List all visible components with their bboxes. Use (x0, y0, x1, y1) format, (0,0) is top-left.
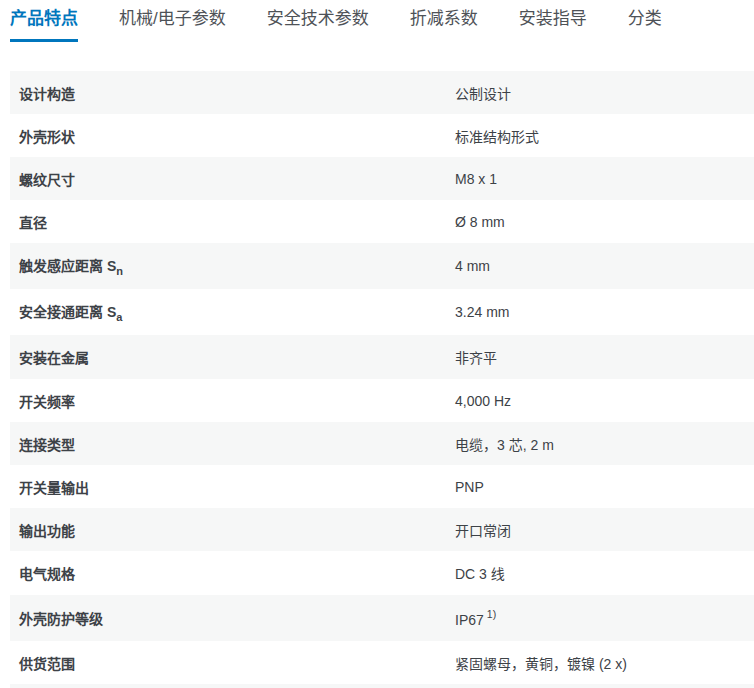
table-row: 连接类型 电缆，3 芯, 2 m (10, 422, 754, 465)
table-row: 安全接通距离 Sa 3.24 mm (10, 289, 754, 335)
table-row: 输出功能 开口常闭 (10, 508, 754, 551)
table-row: 外壳防护等级 IP671) (10, 595, 754, 641)
spec-value: PNP (455, 479, 754, 495)
spec-value: 电缆，3 芯, 2 m (455, 434, 754, 454)
spec-label-subscript: n (116, 265, 123, 277)
spec-label: 供货范围 (10, 653, 455, 673)
spec-table: 设计构造 公制设计 外壳形状 标准结构形式 螺纹尺寸 M8 x 1 直径 Ø 8… (10, 71, 754, 688)
spec-value: M8 x 1 (455, 171, 754, 187)
spec-label: 安全接通距离 Sa (10, 301, 455, 323)
spec-value: 3.24 mm (455, 304, 754, 320)
spec-label: 外壳形状 (10, 126, 455, 146)
table-row: 螺纹尺寸 M8 x 1 (10, 157, 754, 200)
table-row: 设计构造 公制设计 (10, 71, 754, 114)
spec-label: 输出功能 (10, 520, 455, 540)
spec-value: 公制设计 (455, 83, 754, 103)
tab-safety-technical-parameters[interactable]: 安全技术参数 (267, 9, 369, 42)
table-row: 直径 Ø 8 mm (10, 200, 754, 243)
spec-label: 连接类型 (10, 434, 455, 454)
tab-product-features[interactable]: 产品特点 (10, 9, 78, 42)
spec-value: Ø 8 mm (455, 214, 754, 230)
spec-label: 直径 (10, 212, 455, 232)
spec-value: 非齐平 (455, 347, 754, 367)
spec-value: 紧固螺母，黄铜，镀镍 (2 x) (455, 653, 754, 673)
spec-label: 外壳防护等级 (10, 608, 455, 628)
spec-label: 触发感应距离 Sn (10, 255, 455, 277)
tab-derating-factors[interactable]: 折减系数 (410, 9, 478, 42)
table-row-partially-visible (10, 684, 754, 688)
tab-installation-guide[interactable]: 安装指导 (519, 9, 587, 42)
spec-value: DC 3 线 (455, 563, 754, 583)
spec-value: 4,000 Hz (455, 393, 754, 409)
tab-bar: 产品特点 机械/电子参数 安全技术参数 折减系数 安装指导 分类 (0, 0, 754, 42)
spec-value: IP671) (455, 609, 754, 628)
tab-mechanical-electronic-parameters[interactable]: 机械/电子参数 (119, 9, 226, 42)
table-row: 安装在金属 非齐平 (10, 335, 754, 379)
spec-value: 4 mm (455, 258, 754, 274)
spec-label-subscript: a (116, 311, 122, 323)
table-row: 外壳形状 标准结构形式 (10, 114, 754, 157)
spec-label: 开关量输出 (10, 477, 455, 497)
table-row: 开关量输出 PNP (10, 465, 754, 508)
spec-label: 螺纹尺寸 (10, 169, 455, 189)
spec-value: 开口常闭 (455, 520, 754, 540)
table-row: 供货范围 紧固螺母，黄铜，镀镍 (2 x) (10, 641, 754, 684)
spec-value-superscript: 1) (487, 608, 496, 620)
spec-label: 安装在金属 (10, 347, 455, 367)
spec-label: 电气规格 (10, 563, 455, 583)
spec-value: 标准结构形式 (455, 126, 754, 146)
table-row: 开关频率 4,000 Hz (10, 379, 754, 422)
spec-label: 开关频率 (10, 391, 455, 411)
table-row: 电气规格 DC 3 线 (10, 551, 754, 595)
tab-classification[interactable]: 分类 (628, 9, 662, 42)
table-row: 触发感应距离 Sn 4 mm (10, 243, 754, 289)
spec-label: 设计构造 (10, 83, 455, 103)
